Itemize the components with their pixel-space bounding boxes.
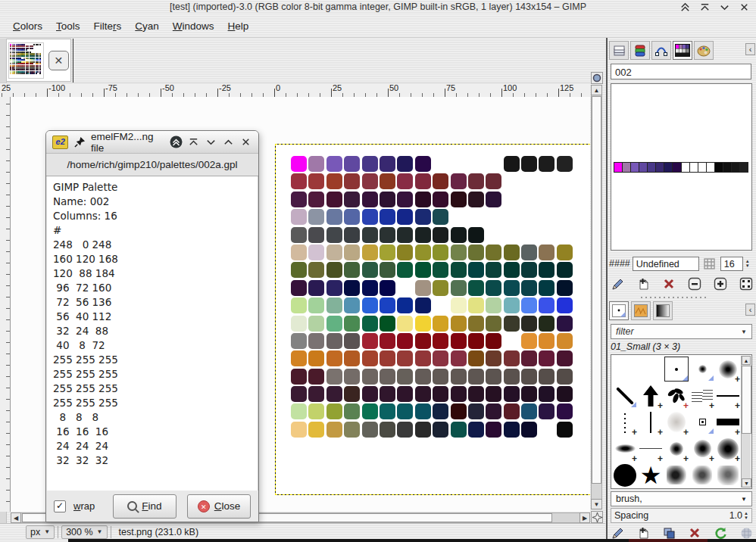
gradient-tab-icon[interactable] [653,301,673,320]
brush-item-ellipse[interactable] [612,435,638,462]
palette-type-field[interactable]: Undefined [633,257,699,271]
channels-icon[interactable] [630,41,650,60]
pencil-icon[interactable] [609,276,626,292]
zoom-in-icon[interactable] [712,276,729,292]
brush-item-arrow[interactable] [638,382,664,409]
brush-item-sqdot[interactable] [689,409,715,435]
zoom-select[interactable]: 300 %▼ [61,525,107,539]
palette-name-input[interactable]: 002 [611,64,751,79]
delete-icon[interactable] [661,276,677,292]
brush-item-blank[interactable] [612,356,638,382]
brush-item-smudge[interactable] [664,409,689,435]
brush-item-soft-m[interactable] [715,356,741,382]
brush-item-fuzz1[interactable] [664,435,689,462]
palette-swatch [39,69,41,70]
close-button[interactable]: ✕ Close [187,494,251,519]
brush-item-soft-s[interactable] [689,356,715,382]
spacing-value[interactable]: 1.0 [729,510,742,521]
palette-grid-icon[interactable] [673,41,692,60]
menu-windows[interactable]: Windows [166,17,221,35]
dialog-titlebar[interactable]: e2 emelFM2...ng file [46,131,258,154]
minimize-icon[interactable] [205,136,217,148]
horizontal-ruler[interactable]: 25-100-75-50-250255075100125 [0,83,590,98]
brush-item-fuzz2[interactable] [689,435,715,462]
file-content-text[interactable]: GIMP Palette Name: 002 Columns: 16 # 248… [47,176,258,494]
tab-menu-arrow-icon[interactable]: ‹ [745,43,755,55]
palette-swatch [521,209,537,225]
menu-cyan[interactable]: Cyan [128,17,166,35]
columns-count-input[interactable]: 16 [720,257,743,271]
pin-icon[interactable] [73,136,86,148]
minimize-icon[interactable] [718,1,730,13]
palette-swatch [504,422,520,438]
zoom-out-icon[interactable] [686,276,703,292]
brush-item-chalk2[interactable] [689,462,715,488]
unit-select[interactable]: px▼ [26,525,55,539]
close-tab-icon[interactable]: ✕ [48,51,69,70]
brush-tab-icon[interactable] [609,301,629,320]
columns-spinner[interactable]: ▲▼ [745,259,750,268]
vertical-ruler[interactable] [0,97,11,512]
window-titlebar[interactable]: [test] (imported)-3.0 (RGB color 8-bit g… [0,0,756,14]
shade-circle-icon[interactable] [170,136,183,148]
vertical-scrollbar-thumb[interactable] [592,96,601,484]
image-tab-thumbnail[interactable] [8,42,44,79]
palette-color-swatch[interactable] [739,162,748,173]
close-icon[interactable] [738,1,750,13]
brush-scrollbar[interactable]: ▲ ▼ [741,356,751,487]
brush-filter-combo[interactable]: filter▼ [611,324,752,339]
scroll-right-icon[interactable]: ▶ [579,512,590,523]
maximize-icon[interactable] [187,136,200,148]
brush-item-fuzz3[interactable] [715,435,741,462]
brush-item-vline[interactable] [638,409,664,435]
close-icon[interactable] [239,136,252,148]
spacing-spinner[interactable]: ▲▼ [744,511,748,520]
brush-item-leaves[interactable] [664,382,689,409]
brush-scrollbar-thumb[interactable] [742,366,751,434]
dock-drag-handle[interactable] [641,295,709,299]
brush-item-vdots[interactable] [612,409,638,435]
zoom-follow-toggle-icon[interactable] [591,72,603,84]
brush-item-thinline[interactable] [638,435,664,462]
menu-colors[interactable]: Colors [6,17,49,35]
paths-icon[interactable] [651,41,671,60]
menu-help[interactable]: Help [221,17,256,35]
brush-item-bar[interactable] [715,409,741,435]
brush-item-chalk3[interactable] [715,462,741,488]
scroll-up-icon[interactable]: ▲ [591,85,602,95]
scroll-up-icon[interactable]: ▲ [742,356,751,365]
spin-down-icon[interactable]: ▼ [745,263,750,268]
palette-editor-view[interactable] [611,83,752,251]
navigation-icon[interactable] [591,511,603,523]
menu-filters[interactable]: Filters [87,17,129,35]
tab-menu-arrow-icon[interactable]: ‹ [745,304,755,316]
pattern-tab-icon[interactable] [631,301,651,320]
scroll-down-icon[interactable]: ▼ [742,478,751,487]
scroll-down-icon[interactable]: ▼ [591,499,602,509]
menu-tools[interactable]: Tools [49,17,87,35]
restore-icon[interactable] [222,136,235,148]
double-chevron-up-icon[interactable] [679,1,691,13]
grid-icon[interactable] [701,255,718,272]
wrap-checkbox[interactable]: ✓ [54,500,66,512]
brush-item-chalk1[interactable] [664,462,689,488]
maximize-icon[interactable] [698,1,711,13]
artist-palette-icon[interactable] [694,41,714,60]
find-button[interactable]: Find [113,494,177,519]
brush-tag-combo[interactable]: brush,▼ [611,491,752,506]
image-layer[interactable] [275,144,590,495]
palette-meta-row: #### Undefined 16 ▲▼ [609,254,756,273]
zoom-fit-icon[interactable] [738,276,754,292]
palette-swatch [557,227,573,243]
scroll-left-icon[interactable]: ◀ [11,512,21,523]
brush-item-diag[interactable] [612,382,638,409]
layers-icon[interactable] [609,41,629,60]
brush-item-sketch[interactable] [689,382,715,409]
new-icon[interactable] [635,276,651,292]
brush-item-star[interactable]: ★ [638,462,664,488]
brush-item-hline[interactable] [715,382,741,409]
brush-item-circle[interactable] [612,462,638,488]
palette-swatch [539,350,555,366]
brush-item-blank[interactable] [638,356,664,382]
brush-item-dot[interactable] [664,356,689,382]
